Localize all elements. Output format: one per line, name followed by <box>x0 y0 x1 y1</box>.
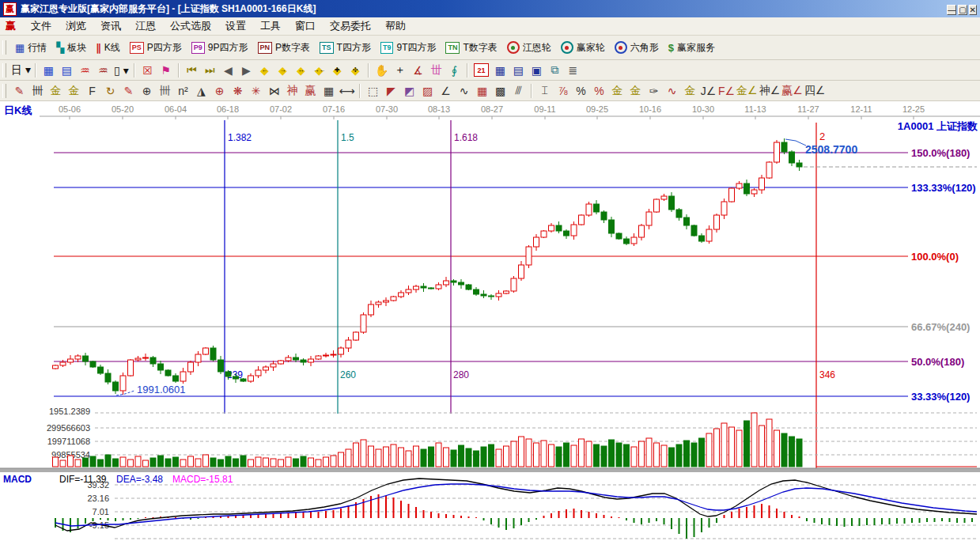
gold-underline-button[interactable]: 金 <box>681 83 699 99</box>
web-square-button[interactable]: ▨ <box>418 83 437 99</box>
print-button[interactable]: ≣ <box>564 62 582 78</box>
zoom-right-button[interactable]: ◆→ <box>274 62 292 78</box>
gann-line-button[interactable]: ⋈ <box>265 83 283 99</box>
menu-item-5[interactable]: 设置 <box>218 17 253 35</box>
grid-black-button[interactable]: ▩ <box>491 83 509 99</box>
zoom-left-button[interactable]: ◆← <box>255 62 274 78</box>
angle-si-button[interactable]: 四∠ <box>804 83 827 99</box>
nav-prev-button[interactable]: ◀ <box>219 62 237 78</box>
wave-9-button[interactable]: ♒ <box>94 62 112 78</box>
kline-button[interactable]: ∥K线 <box>91 40 125 56</box>
calendar-button[interactable]: 21 <box>474 63 489 77</box>
spiral-button[interactable]: ↻ <box>101 83 119 99</box>
clipboard-button[interactable]: ▤ <box>58 62 76 78</box>
gann-shape-button[interactable]: 丗 <box>427 62 445 78</box>
chart-area[interactable]: 05-0605-2006-0406-1807-0207-1607-3008-13… <box>0 101 980 541</box>
line-gold-button[interactable]: 金 <box>626 83 645 99</box>
menu-item-3[interactable]: 江恩 <box>128 17 163 35</box>
angle-mirror-button[interactable]: ◮ <box>192 83 210 99</box>
winner-service-button[interactable]: $赢家服务 <box>664 40 720 56</box>
close-button[interactable]: ✕ <box>969 5 977 15</box>
full-view-button[interactable]: ◆✣ <box>346 62 365 78</box>
width-measure-button[interactable]: ⟷ <box>338 83 356 99</box>
angle-f-button[interactable]: F∠ <box>717 83 736 99</box>
hatch-button[interactable]: ⫻ <box>509 83 528 99</box>
p-square-button[interactable]: PSP四方形 <box>125 40 187 56</box>
grid-red-button[interactable]: ▦ <box>473 83 491 99</box>
winner-wheel-button[interactable]: 赢家轮 <box>556 40 610 56</box>
pen-tool-button[interactable]: ✎ <box>10 83 28 99</box>
angle-gold-button[interactable]: 金∠ <box>736 83 759 99</box>
gann-gold-grid2-button[interactable]: 金 <box>65 83 83 99</box>
ray-lines-button[interactable]: ∠ <box>437 83 455 99</box>
pattern-tool-button[interactable]: ▦ <box>40 62 58 78</box>
box-select-button[interactable]: ⬚ <box>364 83 382 99</box>
menu-item-8[interactable]: 交易委托 <box>323 17 378 35</box>
menu-item-6[interactable]: 工具 <box>253 17 288 35</box>
calculator-button[interactable]: ▦ <box>491 62 509 78</box>
ying-grid-button[interactable]: 赢 <box>301 83 320 99</box>
color-trend-button[interactable]: ⚑ <box>157 62 175 78</box>
menu-item-9[interactable]: 帮助 <box>378 17 413 35</box>
hexagon-button[interactable]: 六角形 <box>610 40 664 56</box>
fib-tool-button[interactable]: ∮ <box>445 62 464 78</box>
web-tool-button[interactable]: ❋ <box>229 83 247 99</box>
candle-style-button[interactable]: ▯ ▾ <box>112 62 131 78</box>
angle-j-button[interactable]: J∠ <box>699 83 717 99</box>
menu-item-7[interactable]: 窗口 <box>288 17 323 35</box>
shen-grid-button[interactable]: 神 <box>283 83 301 99</box>
save-button[interactable]: ▣ <box>528 62 546 78</box>
zigzag-button[interactable]: ∿ <box>455 83 473 99</box>
percent-line-button[interactable]: % <box>590 83 608 99</box>
menu-item-4[interactable]: 公式选股 <box>163 17 218 35</box>
gann-wheel-button[interactable]: 江恩轮 <box>502 40 556 56</box>
bars-tool-button[interactable]: ⌶ <box>535 83 554 99</box>
hand-tool-button[interactable]: ✋ <box>373 62 391 78</box>
ruler-123-button[interactable]: ▦ <box>320 83 338 99</box>
nav-next-button[interactable]: ▶ <box>237 62 255 78</box>
compress-button[interactable]: ◆→← <box>310 62 328 78</box>
p-number-button[interactable]: PNP数字表 <box>253 40 316 56</box>
t-square-button[interactable]: TST四方形 <box>315 40 376 56</box>
nav-first-button[interactable]: ⏮ <box>183 62 201 78</box>
kline-chart-svg[interactable]: 05-0605-2006-0406-1807-0207-1607-3008-13… <box>0 101 980 541</box>
minimize-button[interactable]: — <box>947 5 956 15</box>
kline-period-button[interactable]: 日 ▾ <box>10 62 32 78</box>
capture-button[interactable]: ⧉ <box>546 62 564 78</box>
menu-item-1[interactable]: 浏览 <box>59 17 93 35</box>
crosshair-button[interactable]: ＋ <box>391 62 409 78</box>
maximize-button[interactable]: ▢ <box>958 5 967 15</box>
ellipse-grid-button[interactable]: ⊕ <box>138 83 156 99</box>
gann-x-button[interactable]: ☒ <box>138 62 157 78</box>
nav-last-button[interactable]: ⏭ <box>201 62 219 78</box>
report-button[interactable]: ▤ <box>509 62 528 78</box>
web-grid-button[interactable]: ✳ <box>247 83 265 99</box>
angle-shen-button[interactable]: 神∠ <box>759 83 781 99</box>
gann-gold-grid-button[interactable]: 金 <box>47 83 65 99</box>
fan-lines-button[interactable]: ◤ <box>382 83 400 99</box>
pen-note-button[interactable]: ✑ <box>645 83 663 99</box>
menu-item-0[interactable]: 文件 <box>24 17 59 35</box>
pen-red-button[interactable]: ✎ <box>119 83 138 99</box>
angle-tool-button[interactable]: ∡ <box>409 62 427 78</box>
f-grid-button[interactable]: F <box>83 83 101 99</box>
t-number-button[interactable]: TNT数字表 <box>441 40 501 56</box>
dense-comb-button[interactable]: 卌 <box>156 83 174 99</box>
circle-target-button[interactable]: ⊕ <box>210 83 229 99</box>
expand-button[interactable]: ◆✚ <box>328 62 346 78</box>
quotes-button[interactable]: ▦行情 <box>10 40 51 56</box>
comb-grid-button[interactable]: 卌 <box>28 83 47 99</box>
percent-button[interactable]: % <box>572 83 590 99</box>
wave-3-button[interactable]: ♒ <box>76 62 94 78</box>
p9-square-button[interactable]: P99P四方形 <box>187 40 253 56</box>
n2-grid-button[interactable]: n² <box>174 83 192 99</box>
circle-gold-button[interactable]: 金 <box>608 83 626 99</box>
wave-overlap-button[interactable]: ∿ <box>663 83 681 99</box>
angle-ying-button[interactable]: 赢∠ <box>781 83 804 99</box>
percent-7-button[interactable]: ⅞ <box>554 83 572 99</box>
menu-item-2[interactable]: 资讯 <box>93 17 128 35</box>
t9-square-button[interactable]: T99T四方形 <box>376 40 441 56</box>
fan-grid-button[interactable]: ◩ <box>400 83 418 99</box>
zoom-horizontal-button[interactable]: ◆↔ <box>292 62 310 78</box>
sectors-button[interactable]: ▚板块 <box>51 40 91 56</box>
